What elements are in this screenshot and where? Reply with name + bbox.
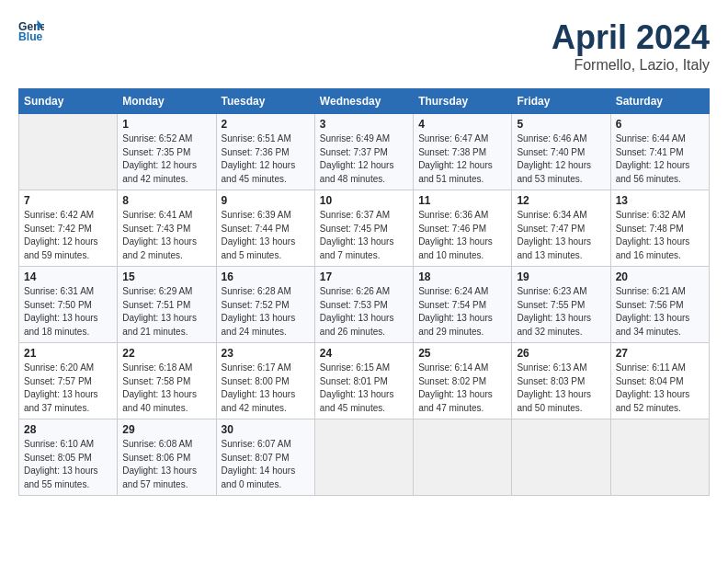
day-info: Sunrise: 6:46 AMSunset: 7:40 PMDaylight:…	[517, 132, 605, 186]
day-number: 9	[222, 194, 310, 207]
calendar-cell: 27Sunrise: 6:11 AMSunset: 8:04 PMDayligh…	[610, 343, 709, 419]
calendar-cell: 25Sunrise: 6:14 AMSunset: 8:02 PMDayligh…	[414, 343, 512, 419]
calendar-cell	[414, 419, 512, 496]
day-info: Sunrise: 6:14 AMSunset: 8:02 PMDaylight:…	[418, 362, 506, 415]
weekday-header-saturday: Saturday	[610, 89, 709, 114]
day-number: 1	[122, 118, 210, 131]
calendar-cell: 8Sunrise: 6:41 AMSunset: 7:43 PMDaylight…	[118, 190, 216, 267]
day-info: Sunrise: 6:52 AMSunset: 7:35 PMDaylight:…	[122, 132, 210, 186]
day-number: 30	[222, 423, 310, 436]
weekday-header-tuesday: Tuesday	[216, 89, 314, 114]
calendar-cell	[19, 114, 118, 190]
day-info: Sunrise: 6:08 AMSunset: 8:06 PMDaylight:…	[122, 438, 210, 491]
calendar-cell: 17Sunrise: 6:26 AMSunset: 7:53 PMDayligh…	[314, 267, 413, 343]
day-info: Sunrise: 6:15 AMSunset: 8:01 PMDaylight:…	[320, 362, 408, 415]
page-header: General Blue April 2024 Formello, Lazio,…	[18, 18, 710, 74]
day-info: Sunrise: 6:39 AMSunset: 7:44 PMDaylight:…	[222, 209, 310, 262]
day-number: 17	[320, 270, 408, 283]
day-number: 16	[222, 270, 310, 283]
location-subtitle: Formello, Lazio, Italy	[552, 57, 710, 74]
calendar-cell: 10Sunrise: 6:37 AMSunset: 7:45 PMDayligh…	[314, 190, 413, 267]
calendar-cell: 29Sunrise: 6:08 AMSunset: 8:06 PMDayligh…	[118, 419, 216, 496]
day-info: Sunrise: 6:37 AMSunset: 7:45 PMDaylight:…	[320, 209, 408, 262]
day-number: 2	[222, 118, 310, 131]
day-info: Sunrise: 6:34 AMSunset: 7:47 PMDaylight:…	[517, 209, 605, 262]
weekday-header-monday: Monday	[118, 89, 216, 114]
day-info: Sunrise: 6:20 AMSunset: 7:57 PMDaylight:…	[24, 362, 112, 415]
calendar-cell: 9Sunrise: 6:39 AMSunset: 7:44 PMDaylight…	[216, 190, 314, 267]
calendar-cell: 19Sunrise: 6:23 AMSunset: 7:55 PMDayligh…	[512, 267, 610, 343]
day-number: 23	[222, 347, 310, 360]
calendar-cell: 3Sunrise: 6:49 AMSunset: 7:37 PMDaylight…	[314, 114, 413, 190]
day-info: Sunrise: 6:31 AMSunset: 7:50 PMDaylight:…	[24, 285, 112, 339]
day-number: 27	[616, 347, 704, 360]
calendar-cell: 15Sunrise: 6:29 AMSunset: 7:51 PMDayligh…	[118, 267, 216, 343]
calendar-cell: 12Sunrise: 6:34 AMSunset: 7:47 PMDayligh…	[512, 190, 610, 267]
calendar-table: SundayMondayTuesdayWednesdayThursdayFrid…	[18, 88, 710, 496]
day-info: Sunrise: 6:21 AMSunset: 7:56 PMDaylight:…	[616, 285, 704, 339]
day-info: Sunrise: 6:32 AMSunset: 7:48 PMDaylight:…	[616, 209, 704, 262]
calendar-cell: 1Sunrise: 6:52 AMSunset: 7:35 PMDaylight…	[118, 114, 216, 190]
day-info: Sunrise: 6:49 AMSunset: 7:37 PMDaylight:…	[320, 132, 408, 186]
calendar-week-1: 1Sunrise: 6:52 AMSunset: 7:35 PMDaylight…	[19, 114, 710, 190]
day-number: 3	[320, 118, 408, 131]
day-info: Sunrise: 6:28 AMSunset: 7:52 PMDaylight:…	[222, 285, 310, 339]
day-number: 29	[122, 423, 210, 436]
day-info: Sunrise: 6:29 AMSunset: 7:51 PMDaylight:…	[122, 285, 210, 339]
month-title: April 2024	[552, 18, 710, 57]
day-number: 24	[320, 347, 408, 360]
logo: General Blue	[18, 18, 44, 44]
weekday-header-sunday: Sunday	[19, 89, 118, 114]
calendar-week-5: 28Sunrise: 6:10 AMSunset: 8:05 PMDayligh…	[19, 419, 710, 496]
day-number: 19	[517, 270, 605, 283]
day-number: 8	[122, 194, 210, 207]
day-info: Sunrise: 6:44 AMSunset: 7:41 PMDaylight:…	[616, 132, 704, 186]
day-info: Sunrise: 6:36 AMSunset: 7:46 PMDaylight:…	[418, 209, 506, 262]
calendar-cell	[610, 419, 709, 496]
day-info: Sunrise: 6:10 AMSunset: 8:05 PMDaylight:…	[24, 438, 112, 491]
day-number: 20	[616, 270, 704, 283]
day-info: Sunrise: 6:24 AMSunset: 7:54 PMDaylight:…	[418, 285, 506, 339]
day-info: Sunrise: 6:51 AMSunset: 7:36 PMDaylight:…	[222, 132, 310, 186]
day-info: Sunrise: 6:47 AMSunset: 7:38 PMDaylight:…	[418, 132, 506, 186]
weekday-header-friday: Friday	[512, 89, 610, 114]
calendar-cell: 2Sunrise: 6:51 AMSunset: 7:36 PMDaylight…	[216, 114, 314, 190]
calendar-cell: 20Sunrise: 6:21 AMSunset: 7:56 PMDayligh…	[610, 267, 709, 343]
calendar-cell: 30Sunrise: 6:07 AMSunset: 8:07 PMDayligh…	[216, 419, 314, 496]
day-number: 7	[24, 194, 112, 207]
calendar-cell: 16Sunrise: 6:28 AMSunset: 7:52 PMDayligh…	[216, 267, 314, 343]
calendar-cell: 24Sunrise: 6:15 AMSunset: 8:01 PMDayligh…	[314, 343, 413, 419]
day-info: Sunrise: 6:07 AMSunset: 8:07 PMDaylight:…	[222, 438, 310, 491]
day-info: Sunrise: 6:41 AMSunset: 7:43 PMDaylight:…	[122, 209, 210, 262]
calendar-cell	[314, 419, 413, 496]
day-number: 18	[418, 270, 506, 283]
day-number: 14	[24, 270, 112, 283]
calendar-week-3: 14Sunrise: 6:31 AMSunset: 7:50 PMDayligh…	[19, 267, 710, 343]
day-number: 21	[24, 347, 112, 360]
calendar-week-2: 7Sunrise: 6:42 AMSunset: 7:42 PMDaylight…	[19, 190, 710, 267]
weekday-header-thursday: Thursday	[414, 89, 512, 114]
calendar-header: SundayMondayTuesdayWednesdayThursdayFrid…	[19, 89, 710, 114]
day-info: Sunrise: 6:11 AMSunset: 8:04 PMDaylight:…	[616, 362, 704, 415]
calendar-cell: 5Sunrise: 6:46 AMSunset: 7:40 PMDaylight…	[512, 114, 610, 190]
day-number: 11	[418, 194, 506, 207]
day-number: 6	[616, 118, 704, 131]
calendar-cell: 4Sunrise: 6:47 AMSunset: 7:38 PMDaylight…	[414, 114, 512, 190]
title-block: April 2024 Formello, Lazio, Italy	[552, 18, 710, 74]
calendar-cell: 18Sunrise: 6:24 AMSunset: 7:54 PMDayligh…	[414, 267, 512, 343]
day-info: Sunrise: 6:13 AMSunset: 8:03 PMDaylight:…	[517, 362, 605, 415]
day-info: Sunrise: 6:42 AMSunset: 7:42 PMDaylight:…	[24, 209, 112, 262]
day-number: 25	[418, 347, 506, 360]
logo-icon: General Blue	[18, 18, 44, 44]
day-number: 15	[122, 270, 210, 283]
calendar-cell: 28Sunrise: 6:10 AMSunset: 8:05 PMDayligh…	[19, 419, 118, 496]
svg-text:Blue: Blue	[18, 30, 43, 43]
calendar-cell: 23Sunrise: 6:17 AMSunset: 8:00 PMDayligh…	[216, 343, 314, 419]
weekday-header-row: SundayMondayTuesdayWednesdayThursdayFrid…	[19, 89, 710, 114]
day-number: 13	[616, 194, 704, 207]
day-number: 10	[320, 194, 408, 207]
day-number: 22	[122, 347, 210, 360]
calendar-cell: 11Sunrise: 6:36 AMSunset: 7:46 PMDayligh…	[414, 190, 512, 267]
calendar-cell: 7Sunrise: 6:42 AMSunset: 7:42 PMDaylight…	[19, 190, 118, 267]
day-info: Sunrise: 6:17 AMSunset: 8:00 PMDaylight:…	[222, 362, 310, 415]
